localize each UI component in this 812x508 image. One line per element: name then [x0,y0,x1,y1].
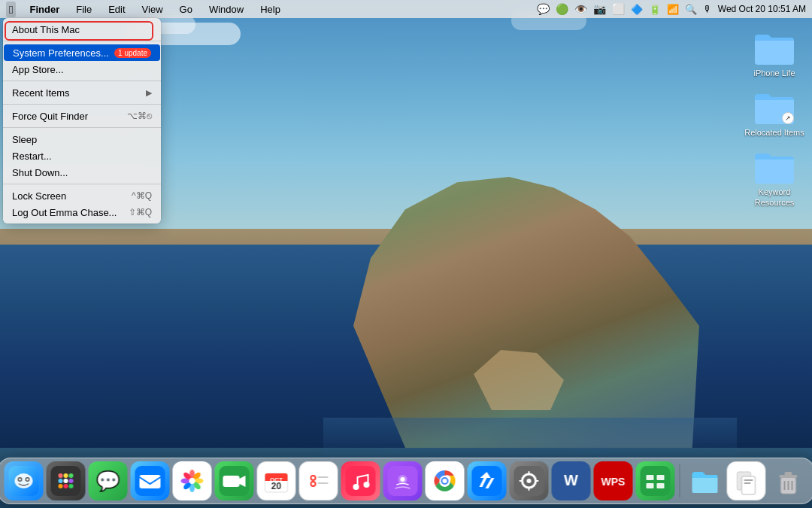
status-icon-5: ⬜ [612,3,625,15]
dock-icon-system-preferences[interactable] [510,461,549,500]
menu-item-log-out[interactable]: Log Out Emma Chase... ⇧⌘Q [3,204,161,221]
dock-icon-music[interactable] [341,461,380,500]
svg-point-43 [364,482,370,488]
search-icon[interactable]: 🔍 [685,4,697,15]
menubar-window[interactable]: Window [206,2,247,17]
svg-rect-72 [744,479,753,481]
desktop-icons: iPhone Life ↗ Relocated Items Keyword Re… [744,30,804,208]
svg-point-1 [15,473,33,488]
desktop-icon-keyword-resources[interactable]: Keyword Resources [744,149,804,207]
menu-item-shut-down[interactable]: Shut Down... [3,164,161,181]
svg-point-14 [64,484,68,488]
dock-icon-chrome[interactable] [426,461,465,500]
menu-separator-5 [3,184,161,184]
menu-separator-4 [3,127,161,128]
wifi-icon[interactable]: 📶 [667,4,679,15]
svg-rect-17 [140,475,161,488]
svg-rect-29 [223,476,240,487]
menubar-app-name[interactable]: Finder [26,2,62,17]
dock-icon-preview[interactable] [727,461,766,500]
iphone-life-label: iPhone Life [753,68,795,78]
apple-menu-button[interactable]:  [6,2,16,17]
menu-item-app-store[interactable]: App Store... [3,61,161,78]
svg-point-42 [353,484,359,490]
svg-point-5 [26,479,29,481]
menu-item-recent-items[interactable]: Recent Items ▶ [3,84,161,101]
dock-icon-appstore[interactable] [468,461,507,500]
lock-screen-shortcut: ^⌘Q [132,190,152,201]
dock-icon-mail[interactable] [131,461,170,500]
menubar-file[interactable]: File [73,2,95,17]
svg-point-11 [64,479,68,483]
menu-item-about[interactable]: About This Mac [3,21,161,38]
dock-icon-finder[interactable] [5,461,44,500]
dock-icon-podcasts[interactable] [383,461,423,500]
svg-point-9 [69,473,74,478]
recent-items-arrow: ▶ [146,88,152,98]
svg-rect-71 [742,476,756,494]
relocated-items-label: Relocated Items [744,128,804,138]
svg-rect-57 [529,487,530,491]
keyword-resources-label: Keyword Resources [744,187,804,207]
menu-separator-1 [3,41,161,41]
menubar-view[interactable]: View [139,2,166,17]
svg-text:W: W [564,472,578,488]
menu-item-force-quit[interactable]: Force Quit Finder ⌥⌘⎋ [3,108,161,124]
svg-rect-39 [318,476,329,478]
svg-point-51 [443,479,447,483]
force-quit-shortcut: ⌥⌘⎋ [127,111,152,121]
iphone-life-folder-icon [753,30,795,66]
dock-icon-word[interactable]: W [552,461,591,500]
status-icon-2: 🟢 [556,3,568,15]
svg-point-55 [527,479,532,483]
dock-icon-trash[interactable] [769,461,808,500]
siri-icon[interactable]: 🎙 [703,4,712,14]
menu-item-lock-screen[interactable]: Lock Screen ^⌘Q [3,187,161,204]
svg-rect-56 [529,471,530,475]
svg-rect-52 [472,466,502,496]
desktop-icon-iphone-life[interactable]: iPhone Life [744,30,804,78]
relocated-items-folder-icon: ↗ [753,90,795,126]
wechat-icon[interactable]: 💬 [537,3,550,15]
menubar-help[interactable]: Help [257,2,283,17]
menubar-right: 💬 🟢 👁️ 📷 ⬜ 🔷 🔋 📶 🔍 🎙 Wed Oct 20 10:51 AM [537,3,806,15]
dock-icon-calendar[interactable]: OCT 20 [257,461,296,500]
bluetooth-icon[interactable]: 🔷 [631,4,643,15]
menu-item-system-preferences[interactable]: System Preferences... 1 update [4,44,160,61]
datetime: Wed Oct 20 10:51 AM [718,4,806,14]
svg-rect-68 [657,483,665,488]
status-icon-4: 📷 [593,3,606,15]
dock-icon-wps[interactable]: WPS [594,461,633,500]
menu-item-sleep[interactable]: Sleep [3,131,161,148]
svg-rect-76 [785,472,792,476]
svg-rect-64 [641,466,671,496]
menubar-go[interactable]: Go [177,2,195,17]
svg-point-27 [189,478,195,484]
svg-point-8 [64,473,68,478]
svg-text:20: 20 [271,481,282,491]
dock-icon-numbers[interactable] [636,461,675,500]
svg-rect-41 [346,466,376,496]
dock-icon-files[interactable] [685,461,724,500]
svg-rect-40 [318,482,329,484]
battery-icon[interactable]: 🔋 [649,4,661,15]
svg-rect-59 [535,480,539,482]
status-icon-3: 👁️ [574,3,587,15]
svg-point-15 [69,484,74,488]
menubar-edit[interactable]: Edit [105,2,128,17]
desktop-icon-relocated-items[interactable]: ↗ Relocated Items [744,90,804,138]
dock-icon-reminders[interactable] [299,461,338,500]
svg-text:WPS: WPS [601,476,626,488]
keyword-resources-folder-icon [753,149,795,185]
menubar-left:  Finder File Edit View Go Window Help [6,2,526,17]
svg-rect-65 [647,475,654,480]
dock-icon-facetime[interactable] [215,461,254,500]
svg-point-46 [401,477,405,482]
svg-point-7 [59,473,63,478]
dock-icon-photos[interactable] [173,461,212,500]
dock-icon-launchpad[interactable] [47,461,86,500]
svg-point-13 [59,484,63,488]
svg-point-12 [69,479,74,483]
menu-item-restart[interactable]: Restart... [3,148,161,164]
dock-icon-messages[interactable]: 💬 [89,461,128,500]
